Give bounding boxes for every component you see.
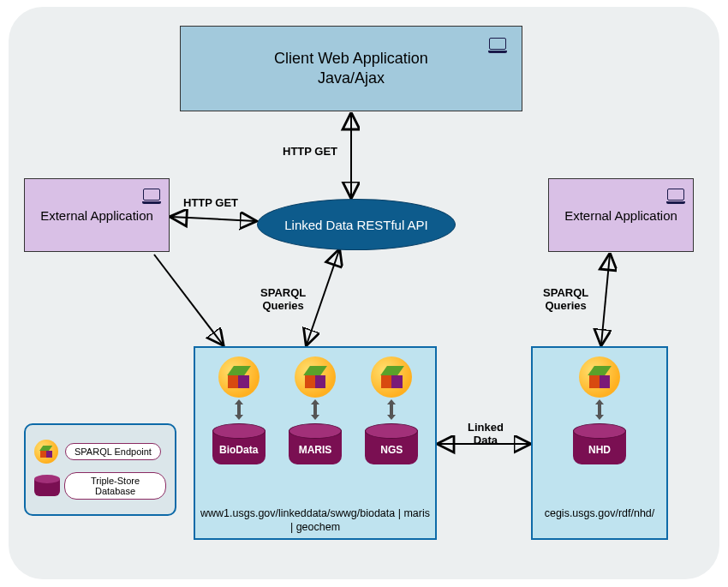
datasource-column: MARIS (289, 356, 342, 466)
database-icon: NHD (573, 423, 626, 466)
datasource-column: NHD (573, 356, 626, 466)
legend-sparql-label: SPARQL Endpoint (65, 443, 161, 460)
database-label: MARIS (289, 444, 342, 456)
laptop-icon (666, 189, 685, 202)
legend-row-sparql: SPARQL Endpoint (34, 440, 166, 464)
edge-label-http-left: HTTP GET (183, 197, 238, 210)
legend-triple-label: Triple-Store Database (64, 472, 166, 500)
database-icon (34, 475, 57, 497)
edge-label-http-top: HTTP GET (283, 146, 337, 159)
datasource-group-right: NHD cegis.usgs.gov/rdf/nhd/ (531, 346, 668, 540)
datasource-column: BioData (212, 356, 266, 466)
database-label: BioData (212, 444, 266, 456)
bidirectional-arrow-icon (593, 401, 606, 418)
legend-row-triplestore: Triple-Store Database (34, 472, 166, 500)
client-title: Client Web Application (274, 49, 428, 69)
linked-data-restful-api: Linked Data RESTful API (257, 199, 456, 250)
sparql-endpoint-icon (218, 356, 260, 398)
sparql-endpoint-icon (579, 356, 620, 398)
sparql-endpoint-icon (295, 356, 336, 398)
edge-label-sparql-left: SPARQL Queries (260, 287, 306, 313)
bidirectional-arrow-icon (385, 401, 398, 418)
extapp-right-label: External Application (564, 208, 677, 223)
database-label: NGS (365, 444, 418, 456)
api-label: Linked Data RESTful API (284, 218, 428, 232)
client-subtitle: Java/Ajax (318, 69, 385, 88)
datasource-left-url: www1.usgs.gov/linkeddata/swwg/biodata | … (200, 507, 430, 534)
edge-label-linked-data: Linked Data (468, 422, 504, 447)
database-label: NHD (573, 444, 626, 456)
sparql-endpoint-icon (34, 440, 58, 464)
datasource-group-left: BioDataMARISNGS www1.usgs.gov/linkeddata… (194, 346, 437, 540)
datasource-right-url: cegis.usgs.gov/rdf/nhd/ (538, 507, 661, 521)
database-icon: NGS (365, 423, 418, 466)
edge-label-sparql-right: SPARQL Queries (543, 287, 588, 313)
database-icon: BioData (212, 423, 266, 466)
bidirectional-arrow-icon (232, 401, 246, 418)
database-icon: MARIS (289, 423, 342, 466)
bidirectional-arrow-icon (308, 401, 322, 418)
client-web-application: Client Web Application Java/Ajax (180, 26, 522, 111)
datasource-column: NGS (365, 356, 418, 466)
sparql-endpoint-icon (371, 356, 412, 398)
legend: SPARQL Endpoint Triple-Store Database (24, 423, 176, 516)
extapp-left-label: External Application (40, 208, 153, 223)
laptop-icon (488, 38, 507, 51)
laptop-icon (142, 189, 161, 202)
diagram-canvas: HTTP GET HTTP GET SPARQL Queries SPARQL … (0, 0, 728, 587)
